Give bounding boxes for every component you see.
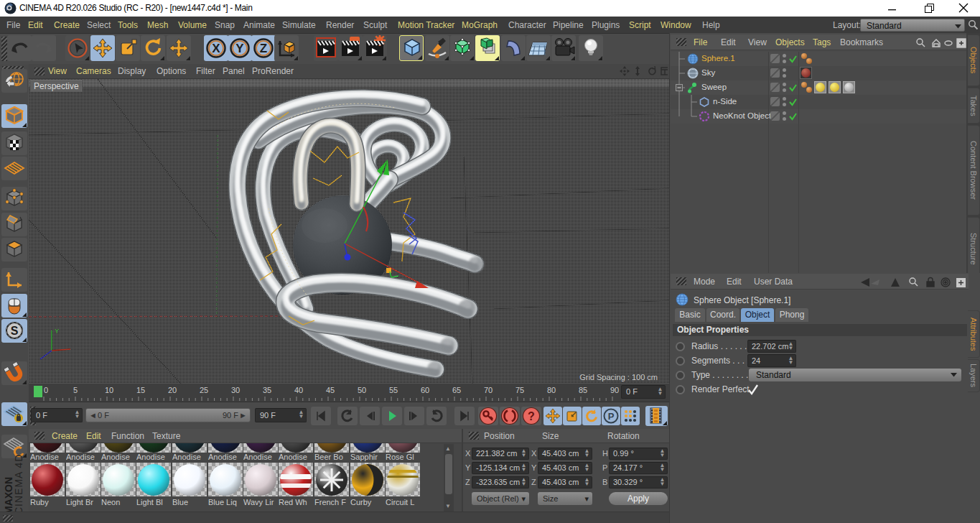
svg-text:Y: Y: [235, 42, 244, 55]
svg-text:S: S: [11, 325, 19, 337]
svg-text:CINEMA 4D: CINEMA 4D: [13, 454, 24, 514]
svg-text:X: X: [212, 42, 220, 55]
svg-text:80: 80: [547, 386, 556, 394]
svg-text:40: 40: [294, 386, 303, 394]
svg-text:15: 15: [136, 386, 145, 394]
svg-text:Y: Y: [55, 328, 59, 335]
svg-text:65: 65: [452, 386, 461, 394]
svg-text:75: 75: [515, 386, 524, 394]
svg-text:60: 60: [421, 386, 429, 394]
svg-text:Z: Z: [260, 42, 267, 55]
svg-text:10: 10: [105, 386, 113, 394]
svg-text:30: 30: [231, 386, 240, 394]
svg-text:70: 70: [484, 386, 493, 394]
svg-text:25: 25: [200, 386, 208, 394]
svg-text:90: 90: [610, 386, 619, 394]
svg-text:85: 85: [579, 386, 587, 394]
svg-text:?: ?: [528, 410, 535, 422]
svg-text:20: 20: [168, 386, 177, 394]
svg-text:45: 45: [326, 386, 335, 394]
svg-text:5: 5: [73, 386, 78, 394]
svg-text:55: 55: [389, 386, 398, 394]
svg-text:50: 50: [358, 386, 366, 394]
svg-text:0: 0: [44, 386, 48, 394]
svg-text:P: P: [608, 411, 615, 422]
svg-text:35: 35: [263, 386, 271, 394]
